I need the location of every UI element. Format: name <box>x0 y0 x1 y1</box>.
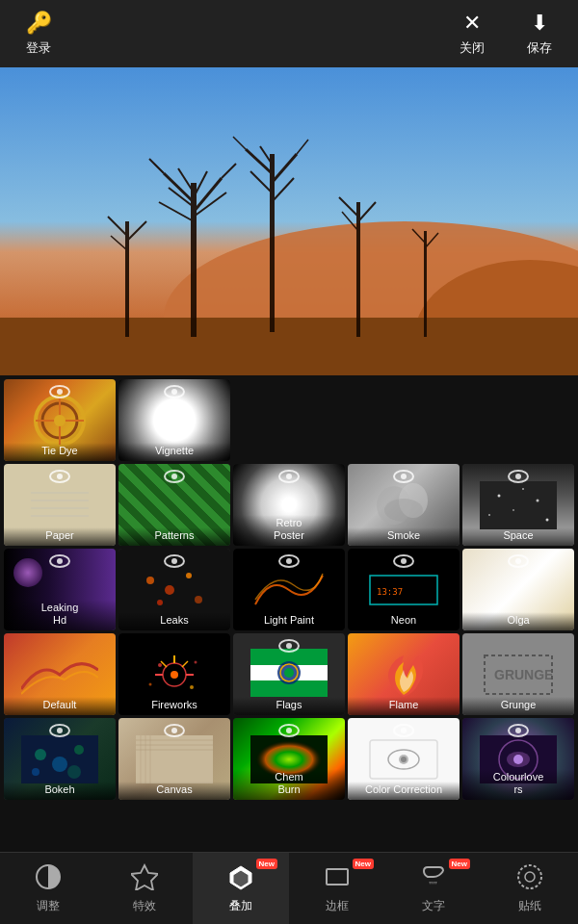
effect-item-chem-burn[interactable]: ChemBurn <box>233 718 345 800</box>
eye-icon-color-correction <box>393 724 414 737</box>
effect-item-vignette[interactable]: Vignette <box>118 379 230 461</box>
effect-item-olga[interactable]: Olga <box>462 549 574 630</box>
save-button[interactable]: ⬇ 保存 <box>511 5 568 63</box>
effect-label-canvas: Canvas <box>118 782 230 800</box>
nav-label-effects: 特效 <box>133 898 156 914</box>
new-badge-overlay: New <box>256 859 277 869</box>
eye-icon-light-paint <box>278 554 300 568</box>
effect-item-light-paint[interactable]: Light Paint <box>233 549 345 630</box>
login-button[interactable]: 🔑 登录 <box>10 5 67 63</box>
effect-item-flame[interactable]: Flame <box>348 633 460 715</box>
effect-label-neon: Neon <box>348 612 460 630</box>
effect-label-vignette: Vignette <box>118 443 230 461</box>
svg-point-71 <box>171 671 178 679</box>
text-icon: "" <box>420 863 447 894</box>
effect-label-olga: Olga <box>462 612 574 630</box>
thumb-flags <box>250 649 328 697</box>
eye-icon-retro-poster <box>278 470 300 483</box>
effect-item-bokeh[interactable]: Bokeh <box>4 718 116 800</box>
effect-label-leaking-hd: LeakingHd <box>4 600 116 630</box>
effect-label-default: Default <box>4 697 116 715</box>
effect-item-flags[interactable]: Flags <box>233 633 345 715</box>
effect-item-canvas[interactable]: Canvas <box>118 718 230 800</box>
effect-item-tie-dye[interactable]: Tie Dye <box>4 379 116 461</box>
effect-item-paper[interactable]: Paper <box>4 464 116 546</box>
effect-item-neon[interactable]: 13:37 Neon <box>348 549 460 630</box>
svg-point-59 <box>157 600 163 605</box>
effect-item-leaking-hd[interactable]: LeakingHd <box>4 549 116 630</box>
effect-label-flags: Flags <box>233 697 345 715</box>
nav-item-adjust[interactable]: 调整 <box>0 853 96 924</box>
effect-item-fireworks[interactable]: Fireworks <box>118 633 230 715</box>
effect-item-space[interactable]: Space <box>462 464 574 546</box>
texture-icon <box>516 863 543 894</box>
svg-point-38 <box>54 415 66 426</box>
svg-point-49 <box>522 488 524 490</box>
svg-point-108 <box>513 755 523 764</box>
eye-icon-canvas <box>164 724 185 737</box>
eye-icon-chem-burn <box>278 724 300 737</box>
effect-label-tie-dye: Tie Dye <box>4 443 116 461</box>
svg-point-74 <box>149 682 152 685</box>
svg-point-46 <box>384 499 423 522</box>
svg-point-87 <box>52 757 67 772</box>
nav-item-effects[interactable]: 特效 <box>96 853 193 924</box>
nav-label-overlay: 叠加 <box>229 898 252 914</box>
new-badge-border: New <box>353 859 374 869</box>
effect-label-grunge: Grunge <box>462 697 574 715</box>
svg-text:GRUNGE: GRUNGE <box>494 667 553 682</box>
svg-rect-113 <box>327 869 348 885</box>
svg-text:"": "" <box>429 879 437 890</box>
effect-label-smoke: Smoke <box>348 527 460 546</box>
effects-icon <box>131 863 158 894</box>
nav-label-border: 边框 <box>326 898 349 914</box>
eye-icon-olga <box>508 554 529 568</box>
nav-item-text[interactable]: New "" 文字 <box>385 853 482 924</box>
border-icon <box>324 863 351 894</box>
effect-item-default[interactable]: Default <box>4 633 116 715</box>
svg-text:13:37: 13:37 <box>377 587 403 597</box>
effect-label-leaks: Leaks <box>118 612 230 630</box>
effect-item-leaks[interactable]: Leaks <box>118 549 230 630</box>
effect-label-patterns: Patterns <box>118 527 230 546</box>
effect-label-paper: Paper <box>4 527 116 546</box>
eye-icon-flags <box>278 639 300 653</box>
effect-label-fireworks: Fireworks <box>118 697 230 715</box>
top-bar: 🔑 登录 ✕ 关闭 ⬇ 保存 <box>0 0 578 67</box>
effect-item-color-correction[interactable]: Color Correction <box>348 718 460 800</box>
svg-point-57 <box>186 573 192 578</box>
nav-item-border[interactable]: New 边框 <box>289 853 385 924</box>
nav-item-texture[interactable]: 贴纸 <box>482 853 578 924</box>
eye-icon-colourlovers <box>508 724 529 737</box>
key-icon: 🔑 <box>26 11 52 36</box>
svg-rect-39 <box>21 481 98 529</box>
effect-label-bokeh: Bokeh <box>4 782 116 800</box>
eye-icon-neon <box>393 554 414 568</box>
effect-item-smoke[interactable]: Smoke <box>348 464 460 546</box>
close-button[interactable]: ✕ 关闭 <box>443 5 501 63</box>
eye-icon-bokeh <box>49 724 70 737</box>
eye-icon-space <box>508 470 529 483</box>
svg-point-72 <box>158 663 162 667</box>
svg-point-115 <box>518 865 541 888</box>
svg-marker-110 <box>131 865 158 890</box>
effects-scroll-container[interactable]: Tie Dye Vignette Paper <box>0 375 578 852</box>
effect-item-grunge[interactable]: GRUNGE Grunge <box>462 633 574 715</box>
eye-icon-vignette <box>164 385 185 398</box>
effect-item-colourlovers[interactable]: Colourlovers <box>462 718 574 800</box>
svg-point-48 <box>498 494 501 497</box>
effect-label-flame: Flame <box>348 697 460 715</box>
effect-label-retro-poster: RetroPoster <box>233 515 345 546</box>
svg-point-53 <box>546 518 549 521</box>
svg-point-55 <box>146 577 154 584</box>
svg-point-104 <box>401 757 407 762</box>
effect-item-retro-poster[interactable]: RetroPoster <box>233 464 345 546</box>
effect-label-chem-burn: ChemBurn <box>233 769 345 800</box>
svg-point-116 <box>525 872 535 882</box>
nav-item-overlay[interactable]: New 叠加 <box>193 853 289 924</box>
effect-label-colourlovers: Colourlovers <box>462 769 574 800</box>
svg-point-56 <box>165 585 174 595</box>
top-right-actions: ✕ 关闭 ⬇ 保存 <box>443 5 568 63</box>
effect-item-patterns[interactable]: Patterns <box>118 464 230 546</box>
svg-point-50 <box>537 499 539 501</box>
